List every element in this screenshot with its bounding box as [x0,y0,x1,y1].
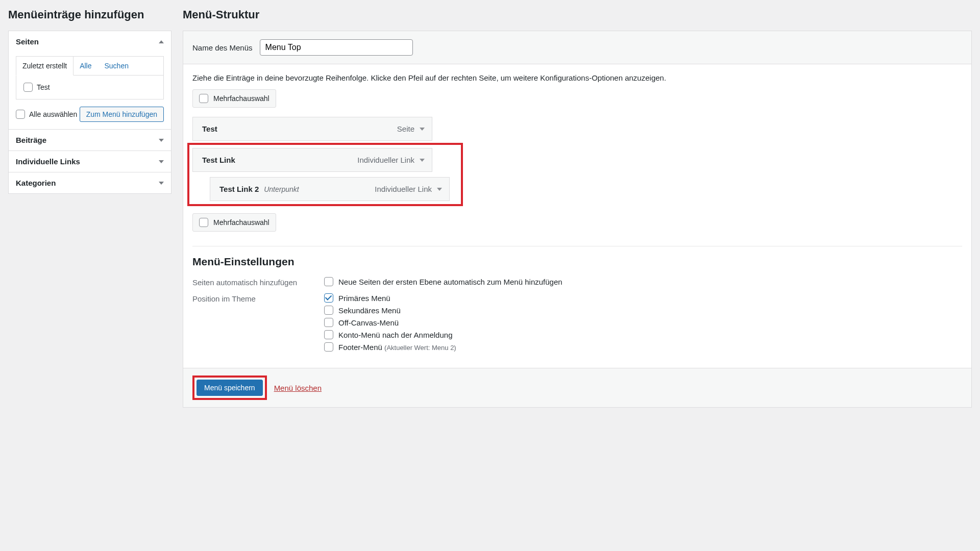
location-primary[interactable]: Primäres Menü [324,293,456,303]
panel-posts-title: Beiträge [16,136,46,144]
panel-custom-links: Individuelle Links [8,151,172,172]
page-item-label: Test [37,83,50,91]
location-offcanvas[interactable]: Off-Canvas-Menü [324,318,456,327]
panel-pages-title: Seiten [16,37,39,46]
tab-recent[interactable]: Zuletzt erstellt [16,56,74,76]
menu-footer: Menü speichern Menü löschen [183,368,971,407]
location-account-label: Konto-Menü nach der Anmeldung [338,331,452,339]
menu-item-name: Test Link [202,156,235,164]
menu-items: Test Seite Test Link Individueller Link [192,117,962,206]
menu-item-type-label: Individueller Link [375,185,432,193]
menu-header: Name des Menüs [183,31,971,64]
menu-item-type-label: Seite [397,124,414,133]
auto-add-option[interactable]: Neue Seiten der ersten Ebene automatisch… [324,277,562,286]
chevron-up-icon [159,40,164,43]
auto-add-option-label: Neue Seiten der ersten Ebene automatisch… [338,278,562,286]
location-primary-label: Primäres Menü [338,294,390,303]
bulk-select-bottom-checkbox[interactable] [199,218,208,227]
menu-name-input[interactable] [260,39,413,56]
menu-item-type: Seite [397,124,425,133]
chevron-down-icon [159,160,164,163]
menu-item-subnote: Unterpunkt [264,185,299,193]
page-item-checkbox[interactable] [23,83,33,92]
menu-instructions: Ziehe die Einträge in deine bevorzugte R… [192,73,962,82]
panel-pages: Seiten Zuletzt erstellt Alle Suchen Test [8,31,172,130]
panel-categories-title: Kategorien [16,179,56,187]
bulk-select-bottom[interactable]: Mehrfachauswahl [192,213,276,232]
location-footer[interactable]: Footer-Menü (Aktueller Wert: Menu 2) [324,342,456,352]
panel-custom-links-toggle[interactable]: Individuelle Links [9,151,171,172]
menu-item-type: Individueller Link [357,156,425,164]
location-footer-label: Footer-Menü [338,343,382,352]
panel-custom-links-title: Individuelle Links [16,157,80,166]
chevron-down-icon[interactable] [420,128,425,131]
location-account[interactable]: Konto-Menü nach der Anmeldung [324,330,456,339]
location-secondary-checkbox[interactable] [324,306,333,315]
select-all-label: Alle auswählen [29,110,77,118]
menu-item[interactable]: Test Seite [192,117,432,141]
add-to-menu-button[interactable]: Zum Menü hinzufügen [80,107,164,122]
location-account-checkbox[interactable] [324,330,333,339]
menu-item-name: Test Link 2 [219,185,259,193]
tab-search[interactable]: Suchen [99,57,135,75]
menu-item[interactable]: Test Link 2 Unterpunkt Individueller Lin… [210,177,450,201]
divider [192,246,962,246]
panel-categories: Kategorien [8,172,172,194]
panel-posts: Beiträge [8,130,172,151]
menu-item-type: Individueller Link [375,185,442,193]
menu-settings-heading: Menü-Einstellungen [192,256,962,268]
pages-tabs: Zuletzt erstellt Alle Suchen Test [16,56,164,99]
save-menu-button[interactable]: Menü speichern [197,380,263,396]
location-secondary[interactable]: Sekundäres Menü [324,306,456,315]
menu-edit-panel: Name des Menüs Ziehe die Einträge in dei… [183,31,972,408]
location-offcanvas-checkbox[interactable] [324,318,333,327]
chevron-down-icon[interactable] [420,159,425,162]
add-items-heading: Menüeinträge hinzufügen [8,8,172,21]
chevron-down-icon [159,139,164,142]
menu-item-type-label: Individueller Link [357,156,414,164]
menu-name-label: Name des Menüs [192,43,253,52]
panel-categories-toggle[interactable]: Kategorien [9,172,171,193]
highlight-save: Menü speichern [192,375,267,400]
menu-structure-heading: Menü-Struktur [183,8,972,21]
auto-add-checkbox[interactable] [324,277,333,286]
position-label: Position im Theme [192,293,324,355]
location-primary-checkbox[interactable] [324,293,333,303]
highlight-box: Test Link Individueller Link Test Link 2… [187,143,463,206]
bulk-select-top-checkbox[interactable] [199,94,208,103]
auto-add-label: Seiten automatisch hinzufügen [192,277,324,289]
menu-item[interactable]: Test Link Individueller Link [192,148,432,172]
location-footer-hint: (Aktueller Wert: Menu 2) [384,344,456,352]
chevron-down-icon[interactable] [437,188,442,191]
tab-all[interactable]: Alle [74,57,98,75]
select-all[interactable]: Alle auswählen [16,110,77,119]
bulk-select-top[interactable]: Mehrfachauswahl [192,89,276,108]
chevron-down-icon [159,182,164,185]
theme-locations: Primäres Menü Sekundäres Menü Off-Canvas… [324,293,456,355]
bulk-select-top-label: Mehrfachauswahl [213,94,270,103]
menu-item-name: Test [202,124,217,133]
menu-settings: Menü-Einstellungen Seiten automatisch hi… [192,256,962,355]
delete-menu-link[interactable]: Menü löschen [274,384,322,392]
location-offcanvas-label: Off-Canvas-Menü [338,318,399,327]
bulk-select-bottom-label: Mehrfachauswahl [213,218,270,227]
page-item-test[interactable]: Test [23,83,156,92]
select-all-checkbox[interactable] [16,110,25,119]
panel-posts-toggle[interactable]: Beiträge [9,130,171,151]
panel-pages-toggle[interactable]: Seiten [9,31,171,52]
location-footer-checkbox[interactable] [324,342,333,352]
location-secondary-label: Sekundäres Menü [338,306,401,315]
